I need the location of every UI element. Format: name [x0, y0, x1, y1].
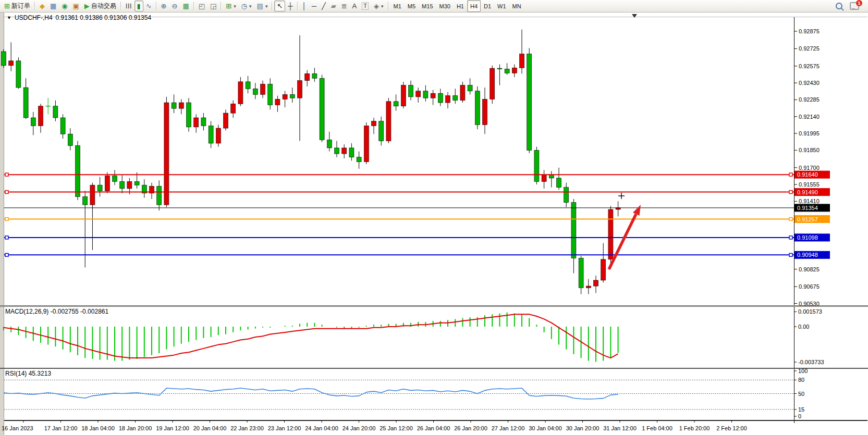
trend-arrow-head[interactable] — [633, 205, 641, 216]
toolbar-group-timeframes: M1M5M15M30H1H4D1W1MN — [390, 0, 524, 12]
zoom-in-button[interactable]: ⊕ — [158, 1, 169, 11]
hline-handle[interactable] — [789, 253, 792, 256]
channel-button[interactable]: ▰ — [328, 1, 339, 11]
candle-body — [164, 103, 169, 205]
add-indicator-icon: ⊞ — [226, 3, 231, 9]
candle-body — [579, 258, 583, 288]
terminal-button[interactable]: ▣ — [70, 1, 82, 11]
candle-body — [416, 91, 421, 97]
trendline-icon: ╱ — [322, 3, 326, 9]
candle-body — [549, 175, 554, 178]
time-tick-label: 30 Jan 20:00 — [566, 425, 600, 431]
timeframe-button-h1[interactable]: H1 — [454, 0, 467, 12]
data-window-button[interactable]: ▦ — [47, 1, 59, 11]
price-tick-label: 0.92430 — [799, 80, 820, 86]
chevron-down-icon[interactable]: ▾ — [381, 4, 384, 9]
chart-title[interactable]: ▼ USDCHF-,H4 0.91361 0.91386 0.91306 0.9… — [7, 14, 151, 21]
chart-menu-icon[interactable]: ▼ — [7, 15, 11, 20]
price-tick-label: 0.92575 — [799, 63, 820, 69]
crosshair-button[interactable]: ┼ — [285, 1, 295, 11]
chevron-down-icon[interactable]: ▾ — [265, 4, 268, 9]
time-tick-label: 30 Jan 04:00 — [529, 425, 562, 431]
zoom-out-button[interactable]: ⊖ — [169, 1, 180, 11]
tile-windows-button[interactable]: ▦ — [180, 1, 191, 11]
candle-body — [238, 82, 243, 104]
market-watch-button[interactable]: ◆ — [37, 1, 47, 11]
new-order-button[interactable]: ⊞新订单 — [2, 1, 33, 11]
candle-body — [394, 102, 398, 106]
chart-canvas[interactable]: 0.928750.927250.925750.924300.922850.921… — [0, 0, 868, 435]
period-button[interactable]: ◷▾ — [239, 1, 254, 11]
hline-handle[interactable] — [789, 218, 792, 221]
timeframe-button-d1[interactable]: D1 — [481, 0, 494, 12]
time-tick-label: 24 Jan 04:00 — [305, 425, 338, 431]
toolbar-group-arrange: ◰◲ — [196, 0, 219, 12]
new-order-button-label: 新订单 — [11, 2, 30, 10]
autotrade-icon: ▶ — [84, 3, 90, 9]
candle-body — [305, 73, 310, 80]
add-indicator-button[interactable]: ⊞▾ — [223, 1, 238, 11]
shapes-icon: ◈ — [374, 3, 379, 9]
timeframe-button-m15[interactable]: M15 — [419, 0, 436, 12]
fibonacci-button[interactable]: ≣ — [339, 1, 350, 11]
autotrade-button[interactable]: ▶自动交易 — [82, 1, 119, 11]
candle-body — [505, 69, 509, 73]
hline-handle[interactable] — [5, 236, 8, 239]
autotrade-button-label: 自动交易 — [91, 2, 116, 10]
timeframe-button-m5[interactable]: M5 — [405, 0, 419, 12]
time-tick-label: 19 Jan 12:00 — [156, 425, 189, 431]
hline-handle[interactable] — [5, 253, 8, 256]
navigator-button[interactable]: ◉ — [59, 1, 70, 11]
candle-body — [231, 104, 236, 113]
text-button[interactable]: A — [350, 1, 360, 11]
timeframe-button-w1[interactable]: W1 — [494, 0, 509, 12]
timeframe-button-h4[interactable]: H4 — [467, 0, 481, 12]
text-label-button[interactable]: T — [359, 1, 371, 11]
candle-body — [53, 106, 58, 118]
tile-windows-icon: ▦ — [182, 3, 189, 9]
hline-handle[interactable] — [789, 191, 792, 194]
hline-handle[interactable] — [789, 173, 792, 176]
hline-handle[interactable] — [5, 191, 8, 194]
vline-button[interactable]: │ — [300, 1, 309, 11]
hline-button[interactable]: ─ — [309, 1, 319, 11]
chevron-down-icon[interactable]: ▾ — [249, 4, 252, 9]
search-icon[interactable] — [836, 3, 842, 9]
shapes-button[interactable]: ◈▾ — [371, 1, 386, 11]
bar-chart-button[interactable]: ☰ — [123, 1, 135, 11]
hline-handle[interactable] — [5, 218, 8, 221]
template-button[interactable]: ▤▾ — [254, 1, 271, 11]
timeframe-button-mn[interactable]: MN — [509, 0, 524, 12]
crosshair-icon: ┼ — [288, 3, 292, 9]
timeframe-button-m30[interactable]: M30 — [436, 0, 454, 12]
candle-body — [586, 286, 591, 288]
vertical-line-icon: │ — [302, 3, 307, 9]
candle-body — [483, 99, 487, 125]
cascade-button[interactable]: ◰ — [196, 1, 207, 11]
cascade-icon: ◰ — [199, 3, 205, 9]
time-tick-label: 31 Jan 12:00 — [603, 425, 637, 431]
chat-icon[interactable]: 1 — [850, 2, 859, 10]
arrange-button[interactable]: ◲ — [207, 1, 219, 11]
hline-handle[interactable] — [789, 236, 792, 239]
candle-body — [557, 178, 561, 188]
chevron-down-icon[interactable]: ▾ — [234, 4, 236, 9]
macd-indicator-label: MACD(12,26,9) -0.002755 -0.002861 — [5, 308, 108, 315]
toolbar-right: 1 — [836, 2, 866, 10]
candlestick-button[interactable]: ▮ — [135, 1, 143, 11]
candle-body — [105, 176, 109, 191]
candle-body — [261, 84, 265, 94]
timeframe-button-m1[interactable]: M1 — [390, 0, 405, 12]
candle-body — [534, 150, 539, 181]
candle-body — [386, 102, 391, 141]
cursor-button[interactable]: ↖ — [274, 1, 285, 11]
trendline-button[interactable]: ╱ — [319, 1, 328, 11]
price-tick-label: 0.90530 — [799, 301, 820, 307]
candle-body — [9, 61, 14, 66]
candle-body — [342, 148, 347, 154]
toolbar-separator — [120, 2, 121, 10]
hline-handle[interactable] — [5, 173, 8, 176]
time-tick-label: 2 Feb 12:00 — [716, 425, 747, 431]
candle-body — [135, 182, 139, 185]
line-chart-button[interactable]: ∿ — [143, 1, 154, 11]
